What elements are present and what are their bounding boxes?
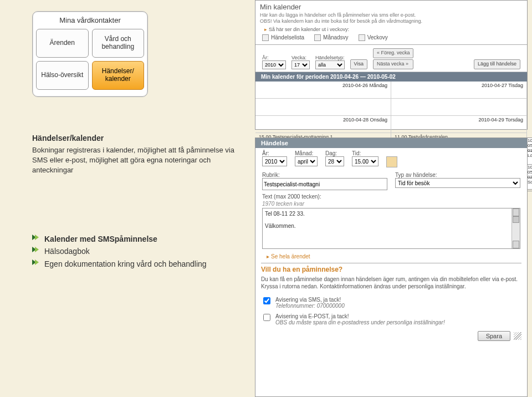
tab-manadsvy[interactable]: Månadsvy — [314, 34, 349, 41]
bullet-1: Kalender med SMSpåminnelse — [44, 233, 157, 245]
type-select[interactable]: alla — [315, 60, 345, 69]
section-bar: Händelse — [255, 138, 527, 148]
rubrik-input[interactable] — [262, 178, 387, 190]
arrow-icon: ▸ — [262, 253, 271, 259]
chevron-icon — [32, 247, 41, 255]
notes-textarea[interactable]: Tel 08-11 22 33. Välkommen. — [262, 208, 520, 249]
strip-row — [528, 151, 532, 165]
strip-row — [528, 178, 532, 191]
main-body: Bokningar registreras i kalender, möjlig… — [32, 145, 248, 176]
sms-checkbox[interactable] — [263, 297, 270, 304]
month-label: Månad: — [295, 150, 318, 156]
scroll-down-icon[interactable] — [513, 241, 519, 248]
week-select[interactable]: 17 — [291, 60, 310, 69]
day-head: 2010-04-28 Onsdag — [255, 116, 391, 133]
day-label: Dag: — [325, 150, 344, 156]
chevron-icon — [32, 235, 41, 242]
strip-row: 10-05-01 Lördag — [528, 138, 532, 151]
panel-sub: Så här ser din kalender ut i veckovy: — [269, 27, 349, 32]
year-select[interactable]: 2010 — [262, 156, 287, 166]
tab-veckovy[interactable]: Veckovy — [359, 34, 388, 41]
arrow-icon: ▸ — [260, 27, 269, 32]
month-select[interactable]: april — [295, 156, 318, 166]
chevron-icon — [32, 259, 41, 267]
reminder-section: Vill du ha en påminnelse? Du kan få en p… — [261, 263, 521, 328]
month-icon — [314, 34, 321, 41]
year-select[interactable]: 2010 — [262, 60, 286, 69]
nav-tile-halso[interactable]: Hälso-översikt — [36, 61, 89, 90]
reminder-desc: Du kan få en påminnelse dagen innan händ… — [261, 276, 521, 294]
year-label: År: — [262, 55, 286, 60]
sms-label: Avisering via SMS, ja tack!Telefonnummer… — [275, 297, 345, 309]
main-text: Händelser/kalender Bokningar registreras… — [32, 133, 248, 175]
prev-week-button[interactable]: « Föreg. vecka — [373, 48, 414, 58]
week-icon — [359, 34, 365, 41]
event-form-panel: Händelse År:2010 Månad:april Dag:28 Tid:… — [255, 138, 528, 397]
scroll-up-icon[interactable] — [513, 208, 519, 216]
email-label: Avisering via E-POST, ja tack!OBS du mås… — [275, 313, 445, 325]
nav-card: Mina vårdkontakter Ärenden Vård och beha… — [32, 11, 148, 97]
view-tabs: Händelselista Månadsvy Veckovy — [255, 32, 527, 45]
time-select[interactable]: 15.00 — [352, 156, 378, 166]
strip-row: 10-05-02 Söndag — [528, 165, 532, 178]
rubrik-label: Rubrik: — [262, 172, 387, 178]
day-select[interactable]: 28 — [325, 156, 344, 166]
day-head: 2010-04-29 Torsdag — [391, 116, 527, 133]
nav-tile-kalender[interactable]: Händelser/ kalender — [92, 61, 145, 90]
next-week-button[interactable]: Nästa vecka » — [373, 59, 414, 69]
eventtype-select[interactable]: Tid för besök — [395, 178, 520, 188]
day-head: 2010-04-26 Måndag — [255, 82, 391, 99]
calendar-icon[interactable] — [386, 156, 397, 167]
overflow-strip: 10-05-01 Lördag 10-05-02 Söndag — [528, 138, 532, 190]
save-button[interactable]: Spara — [478, 331, 510, 341]
visa-button[interactable]: Visa — [350, 59, 367, 69]
calendar-preview-top: Min kalender Här kan du lägga in händels… — [255, 0, 528, 130]
nav-tile-vard[interactable]: Vård och behandling — [92, 29, 145, 58]
eventtype-label: Typ av händelse: — [395, 172, 520, 178]
day-cell[interactable] — [255, 99, 391, 116]
time-label: Tid: — [352, 150, 378, 156]
scroll-thumb[interactable] — [513, 216, 519, 223]
nav-title: Mina vårdkontakter — [36, 15, 144, 29]
day-cell[interactable] — [391, 99, 527, 116]
week-label: Vecka: — [291, 55, 310, 60]
day-head: 2010-04-27 Tisdag — [391, 82, 527, 99]
text-remaining: 1970 tecken kvar — [255, 200, 527, 207]
reminder-heading: Vill du ha en påminnelse? — [261, 264, 521, 276]
type-label: Händelsetyp: — [315, 55, 345, 60]
period-bar: Min kalender för perioden 2010-04-26 — 2… — [255, 72, 527, 82]
see-full-link[interactable]: Se hela ärendet — [271, 253, 310, 259]
year-label: År: — [262, 150, 287, 156]
text-label: Text (max 2000 tecken): — [255, 192, 527, 200]
tab-handelselista[interactable]: Händelselista — [262, 34, 304, 41]
list-icon — [262, 34, 269, 41]
main-heading: Händelser/kalender — [32, 133, 248, 144]
bullet-3: Egen dokumentation kring vård och behand… — [44, 258, 207, 270]
resize-grip-icon[interactable] — [514, 332, 521, 340]
panel-title: Min kalender — [255, 1, 527, 12]
scrollbar[interactable] — [511, 208, 520, 248]
bullet-2: Hälsodagbok — [44, 245, 90, 257]
email-checkbox[interactable] — [263, 314, 270, 321]
bullet-list: Kalender med SMSpåminnelse Hälsodagbok E… — [32, 233, 207, 270]
filter-row: År:2010 Vecka:17 Händelsetyp:alla Visa «… — [255, 45, 527, 72]
add-event-button[interactable]: Lägg till händelse — [474, 59, 520, 69]
nav-tile-arenden[interactable]: Ärenden — [36, 29, 89, 58]
panel-blurb: Här kan du lägga in händelser och få påm… — [255, 12, 527, 27]
